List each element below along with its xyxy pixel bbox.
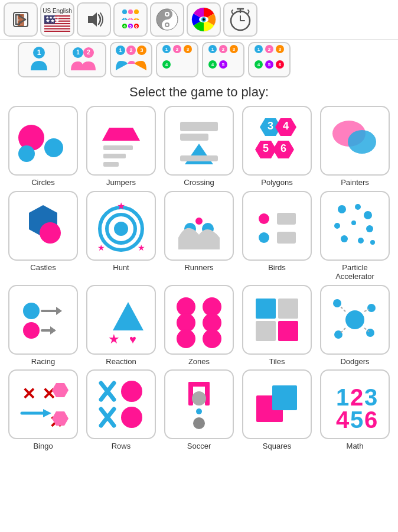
svg-text:4: 4	[257, 62, 260, 67]
svg-point-128	[366, 225, 373, 232]
game-item-hunt[interactable]: ★ ★ ★ Hunt	[84, 191, 158, 281]
yin-yang-button[interactable]	[150, 2, 184, 37]
player-3-icon: 1 2 3	[115, 44, 148, 75]
game-item-reaction[interactable]: ★ ♥ Reaction	[84, 285, 158, 366]
zones-icon	[164, 285, 234, 355]
game-item-tiles[interactable]: Tiles	[240, 285, 314, 366]
language-button[interactable]: US English ★★★ ★★★★	[40, 2, 74, 37]
svg-text:3: 3	[135, 16, 138, 20]
sound-button[interactable]	[77, 2, 111, 37]
math-icon: 1 2 3 4 5 6	[320, 369, 390, 439]
svg-point-177	[193, 417, 205, 429]
game-item-dodgers[interactable]: Dodgers	[318, 285, 392, 366]
player-4-icon: 1 2 3 4	[161, 43, 194, 76]
svg-point-112	[114, 222, 128, 236]
svg-text:2: 2	[129, 47, 132, 53]
svg-point-19	[128, 9, 133, 14]
player-count-6[interactable]: 1 2 3 4 5 6	[248, 42, 291, 77]
player-count-5[interactable]: 1 2 3 4 5	[202, 42, 244, 77]
svg-point-122	[259, 232, 269, 243]
player-count-3[interactable]: 1 2 3	[110, 42, 152, 77]
svg-text:5: 5	[263, 142, 269, 154]
game-item-painters[interactable]: Painters	[318, 106, 392, 187]
game-item-math[interactable]: 1 2 3 4 5 6 Math	[318, 369, 392, 451]
game-item-particle-accelerator[interactable]: Particle Accelerator	[318, 191, 392, 281]
player-count-row: 1 1 2 1 2 3 1	[0, 40, 398, 80]
squares-icon	[242, 369, 312, 439]
bingo-icon: ✕ ✕ ✕	[8, 369, 78, 439]
game-item-circles[interactable]: Circles	[6, 106, 80, 187]
game-item-squares[interactable]: Squares	[240, 369, 314, 451]
circles-icon	[8, 106, 78, 176]
svg-rect-121	[277, 232, 296, 244]
svg-point-124	[355, 204, 361, 210]
reaction-icon: ★ ♥	[86, 285, 156, 355]
svg-text:2: 2	[87, 49, 90, 56]
svg-marker-17	[88, 12, 97, 27]
castles-icon	[8, 191, 78, 261]
svg-text:3: 3	[233, 47, 236, 52]
svg-text:1: 1	[211, 47, 214, 52]
timer-button[interactable]	[223, 2, 257, 37]
svg-point-135	[23, 322, 40, 339]
svg-text:★: ★	[108, 332, 120, 346]
game-item-runners[interactable]: Runners	[162, 191, 236, 281]
players-config-icon: 1 2 3 4 5 6	[116, 7, 145, 32]
svg-point-20	[134, 9, 139, 14]
game-item-castles[interactable]: Castles	[6, 191, 80, 281]
svg-text:1: 1	[123, 16, 126, 20]
svg-point-155	[366, 329, 374, 337]
svg-text:4: 4	[165, 62, 168, 67]
svg-point-178	[196, 408, 202, 414]
svg-text:1: 1	[37, 48, 41, 57]
svg-point-129	[341, 235, 348, 242]
game-item-racing[interactable]: Racing	[6, 285, 80, 366]
svg-point-88	[44, 138, 63, 157]
svg-rect-12	[44, 27, 70, 28]
player-6-icon: 1 2 3 4 5 6	[253, 43, 286, 76]
castles-label: Castles	[30, 263, 56, 273]
game-item-bingo[interactable]: ✕ ✕ ✕ Bingo	[6, 369, 80, 451]
svg-rect-150	[278, 321, 298, 341]
player-count-4[interactable]: 1 2 3 4	[156, 42, 198, 77]
color-wheel-button[interactable]	[187, 2, 221, 37]
game-item-jumpers[interactable]: Jumpers	[84, 106, 158, 187]
game-item-polygons[interactable]: 3 4 5 6 Polygons	[240, 106, 314, 187]
svg-point-169	[121, 381, 142, 402]
svg-text:4: 4	[211, 62, 214, 67]
soccer-label: Soccer	[187, 442, 211, 451]
reaction-label: Reaction	[106, 357, 136, 366]
svg-rect-13	[44, 29, 70, 30]
soccer-icon	[164, 369, 234, 439]
rows-icon	[86, 369, 156, 439]
svg-text:6: 6	[280, 142, 286, 154]
svg-rect-180	[272, 385, 297, 410]
svg-text:2: 2	[176, 47, 179, 52]
game-item-zones[interactable]: Zones	[162, 285, 236, 366]
svg-point-145	[177, 329, 195, 348]
players-config-button[interactable]: 1 2 3 4 5 6	[113, 2, 148, 37]
game-item-birds[interactable]: Birds	[240, 191, 314, 281]
game-grid: Circles Jumpers	[0, 102, 398, 457]
svg-text:2: 2	[222, 47, 225, 52]
game-item-crossing[interactable]: Crossing	[162, 106, 236, 187]
svg-text:★: ★	[138, 243, 145, 252]
svg-rect-147	[256, 299, 276, 319]
svg-rect-149	[256, 321, 276, 341]
svg-text:1: 1	[257, 47, 260, 52]
player-count-2[interactable]: 1 2	[64, 42, 106, 77]
player-count-1[interactable]: 1	[18, 42, 60, 77]
svg-point-39	[203, 18, 205, 21]
svg-point-118	[195, 218, 203, 225]
painters-label: Painters	[341, 178, 369, 187]
game-item-rows[interactable]: Rows	[84, 369, 158, 451]
game-item-soccer[interactable]: Soccer	[162, 369, 236, 451]
svg-point-127	[351, 220, 356, 225]
exit-button[interactable]: 🚪	[4, 2, 38, 37]
language-label: US English	[43, 8, 71, 14]
svg-point-33	[166, 13, 168, 15]
svg-text:1: 1	[76, 49, 80, 56]
svg-rect-93	[103, 162, 119, 167]
hunt-label: Hunt	[113, 263, 129, 273]
svg-line-156	[340, 306, 345, 312]
